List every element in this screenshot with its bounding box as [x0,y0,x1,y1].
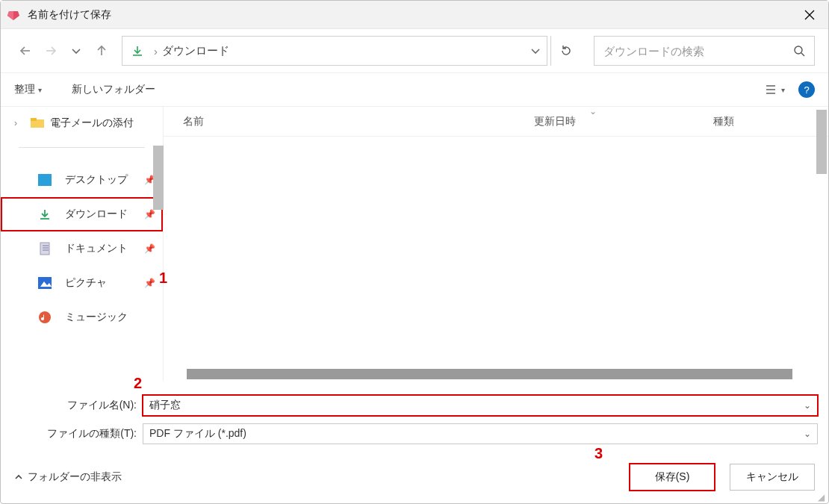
sort-indicator-icon: ⌄ [589,107,597,116]
annotation-marker-2: 2 [134,375,142,392]
filename-row: ファイル名(N): 硝子窓 ⌄ [11,391,818,420]
list-header: 名前 更新日時 ⌄ 種類 [164,107,828,137]
sidebar-item-music[interactable]: ミュージック [1,300,163,335]
svg-marker-1 [7,11,13,20]
sidebar-item-pictures[interactable]: ピクチャ 📌 [1,266,163,300]
forward-button[interactable] [40,40,62,62]
breadcrumb[interactable]: › ダウンロード [122,36,547,66]
svg-rect-15 [31,118,37,121]
dropdown-icon: ▾ [781,86,785,94]
form-area: 2 ファイル名(N): 硝子窓 ⌄ ファイルの種類(T): PDF ファイル (… [1,381,828,451]
cancel-button[interactable]: キャンセル [730,464,815,491]
vertical-scrollbar[interactable] [816,110,827,174]
svg-line-10 [801,53,804,56]
history-dropdown-icon[interactable] [65,40,87,62]
app-icon [7,8,20,22]
pin-icon: 📌 [144,243,155,254]
up-button[interactable] [90,40,113,62]
filetype-row: ファイルの種類(T): PDF ファイル (*.pdf) ⌄ [11,420,818,448]
chevron-down-icon[interactable]: ⌄ [804,429,811,439]
back-button[interactable] [14,40,37,62]
refresh-button[interactable] [550,36,580,66]
pictures-icon [38,276,52,290]
window-title: 名前を付けて保存 [28,8,797,22]
toolbar: 整理 ▾ 新しいフォルダー ▾ ? [1,72,828,107]
organize-label: 整理 [14,83,35,96]
sidebar-divider [19,147,145,148]
download-icon [38,208,52,221]
dropdown-icon: ▾ [38,86,42,94]
sidebar: › 電子メールの添付 デスクトップ 📌 [1,107,164,381]
column-type[interactable]: 種類 [694,115,828,128]
sidebar-item-documents[interactable]: ドキュメント 📌 [1,231,163,266]
side-scrollbar[interactable] [153,146,164,210]
hide-folders-button[interactable]: フォルダーの非表示 [14,470,122,484]
organize-menu[interactable]: 整理 ▾ [14,83,42,96]
nav-bar: › ダウンロード [1,29,828,72]
file-list[interactable]: 名前 更新日時 ⌄ 種類 [164,107,828,381]
body: › 電子メールの添付 デスクトップ 📌 [1,107,828,381]
breadcrumb-drop-icon[interactable] [530,46,541,56]
pin-icon: 📌 [144,278,155,288]
svg-point-9 [795,46,802,54]
view-mode-button[interactable]: ▾ [765,84,785,96]
annotation-marker-3: 3 [594,445,603,462]
svg-rect-16 [38,174,52,186]
search-input[interactable] [603,45,793,57]
horizontal-scrollbar[interactable] [174,369,818,379]
hide-folders-label: フォルダーの非表示 [28,470,122,484]
sidebar-item-attachments[interactable]: › 電子メールの添付 [1,111,163,135]
column-name[interactable]: 名前 [164,115,515,128]
filetype-label: ファイルの種類(T): [11,427,143,441]
sidebar-item-label: 電子メールの添付 [50,116,134,130]
download-location-icon [131,45,143,57]
new-folder-label: 新しいフォルダー [72,83,155,96]
search-icon[interactable] [793,45,805,57]
chevron-down-icon[interactable]: ⌄ [804,400,811,411]
footer: 3 フォルダーの非表示 保存(S) キャンセル [1,451,828,503]
breadcrumb-separator-icon: › [154,45,158,57]
sidebar-item-desktop[interactable]: デスクトップ 📌 [1,163,163,197]
sidebar-item-label: ミュージック [65,311,128,324]
new-folder-button[interactable]: 新しいフォルダー [72,83,155,96]
resize-grip-icon[interactable]: ◢ [818,493,827,502]
close-icon[interactable] [797,10,822,20]
svg-rect-19 [40,243,49,255]
folder-icon [31,116,44,130]
titlebar: 名前を付けて保存 [1,1,828,29]
filename-input[interactable]: 硝子窓 ⌄ [143,395,818,416]
sidebar-item-label: ドキュメント [65,242,128,255]
sidebar-item-label: ピクチャ [65,276,107,290]
desktop-icon [38,173,52,187]
help-icon[interactable]: ? [798,81,815,98]
chevron-right-icon: › [14,118,25,128]
sidebar-item-downloads[interactable]: ダウンロード 📌 [1,197,163,231]
music-icon [38,311,52,324]
save-as-dialog: 名前を付けて保存 › ダウンロード [0,0,829,504]
chevron-up-icon [14,473,23,482]
filename-label: ファイル名(N): [11,399,143,412]
sidebar-item-label: デスクトップ [65,173,128,187]
save-button[interactable]: 保存(S) [630,464,715,491]
svg-point-25 [39,311,51,323]
sidebar-item-label: ダウンロード [65,208,128,221]
search-box[interactable] [594,36,815,66]
column-modified[interactable]: 更新日時 ⌄ [515,115,694,128]
breadcrumb-label: ダウンロード [162,44,229,58]
pin-icon: 📌 [144,209,155,220]
filetype-select[interactable]: PDF ファイル (*.pdf) ⌄ [143,423,818,444]
document-icon [38,242,52,255]
